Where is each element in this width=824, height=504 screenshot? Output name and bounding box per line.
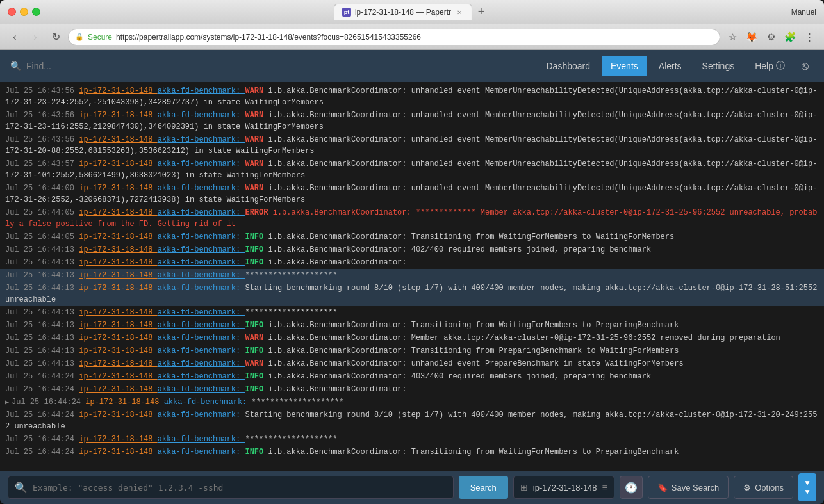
host-link[interactable]: ip-172-31-18-148 [79, 232, 157, 241]
search-input-wrap[interactable]: 🔍 [8, 476, 454, 499]
log-line: Jul 25 16:44:05 ip-172-31-18-148 akka-fd… [0, 206, 824, 231]
log-level: WARN [245, 334, 268, 343]
host-link[interactable]: ip-172-31-18-148 [79, 385, 157, 394]
extension-icon[interactable]: ⚙ [762, 29, 779, 45]
host-link[interactable]: ip-172-31-18-148 [79, 372, 157, 381]
program-link[interactable]: akka-fd-benchmark: [158, 359, 245, 368]
host-link[interactable]: ip-172-31-18-148 [79, 184, 157, 193]
app-navbar: 🔍 Find... Dashboard Events Alerts Settin… [0, 50, 824, 82]
program-link[interactable]: akka-fd-benchmark: [158, 184, 245, 193]
program-link[interactable]: akka-fd-benchmark: [158, 334, 245, 343]
program-link[interactable]: akka-fd-benchmark: [158, 111, 245, 120]
system-list-icon[interactable]: ≡ [602, 482, 607, 492]
program-link[interactable]: akka-fd-benchmark: [158, 372, 245, 381]
host-link[interactable]: ip-172-31-18-148 [79, 245, 157, 254]
host-link[interactable]: ip-172-31-18-148 [79, 86, 157, 95]
nav-dashboard[interactable]: Dashboard [538, 56, 600, 76]
program-link[interactable]: akka-fd-benchmark: [158, 258, 245, 267]
save-search-button[interactable]: 🔖 Save Search [648, 476, 729, 499]
nav-settings[interactable]: Settings [693, 56, 744, 76]
minimize-button[interactable] [20, 8, 28, 16]
log-level: WARN [245, 135, 268, 144]
time-filter-button[interactable]: 🕐 [620, 476, 643, 499]
host-link[interactable]: ip-172-31-18-148 [79, 135, 157, 144]
forward-button[interactable]: › [27, 29, 44, 45]
bookmark-star-icon[interactable]: ☆ [724, 29, 741, 45]
host-link[interactable]: ip-172-31-18-148 [79, 448, 157, 457]
program-link[interactable]: akka-fd-benchmark: [158, 86, 245, 95]
program-link[interactable]: akka-fd-benchmark: [158, 448, 245, 457]
program-link[interactable]: akka-fd-benchmark: [158, 271, 245, 280]
program-link[interactable]: akka-fd-benchmark: [158, 308, 245, 317]
host-link[interactable]: ip-172-31-18-148 [79, 411, 157, 419]
host-link[interactable]: ip-172-31-18-148 [79, 321, 157, 330]
tab-close-button[interactable]: ✕ [455, 8, 464, 17]
host-link[interactable]: ip-172-31-18-148 [79, 346, 157, 355]
search-button[interactable]: Search [459, 476, 508, 499]
address-bar[interactable]: 🔒 Secure https://papertrailapp.com/syste… [68, 29, 720, 45]
host-link[interactable]: ip-172-31-18-148 [79, 111, 157, 120]
log-line: Jul 25 16:43:56 ip-172-31-18-148 akka-fd… [0, 133, 824, 158]
program-link[interactable]: akka-fd-benchmark: [158, 232, 245, 241]
gear-icon: ⚙ [743, 483, 751, 492]
user-name: Manuel [791, 8, 816, 17]
reload-button[interactable]: ↻ [47, 29, 64, 45]
search-input[interactable] [33, 483, 447, 492]
host-link[interactable]: ip-172-31-18-148 [79, 359, 157, 368]
scroll-to-bottom-button[interactable]: ▼ ▼ [798, 473, 816, 501]
host-link[interactable]: ip-172-31-18-148 [79, 435, 157, 444]
logout-button[interactable]: ⎋ [796, 54, 814, 78]
program-link[interactable]: akka-fd-benchmark: [158, 284, 245, 293]
program-link[interactable]: akka-fd-benchmark: [158, 135, 245, 144]
chevron-down-icon-1: ▼ [803, 479, 811, 487]
secure-label: Secure [88, 33, 112, 42]
menu-icon[interactable]: ⋮ [801, 29, 818, 45]
log-message: i.b.akka.BenchmarkCoordinator: Transitio… [268, 448, 679, 457]
back-button[interactable]: ‹ [6, 29, 23, 45]
host-link[interactable]: ip-172-31-18-148 [79, 159, 157, 168]
find-search-box[interactable]: 🔍 Find... [10, 61, 51, 71]
log-level: INFO [245, 258, 268, 267]
host-link[interactable]: ip-172-31-18-148 [79, 208, 157, 217]
active-tab[interactable]: pt ip-172-31-18-148 — Papertr ✕ [334, 4, 472, 20]
program-link[interactable]: akka-fd-benchmark: [158, 208, 245, 217]
system-selector[interactable]: ⊞ ip-172-31-18-148 ≡ [513, 476, 614, 499]
nav-help[interactable]: Help ⓘ [746, 55, 794, 77]
host-link[interactable]: ip-172-31-18-148 [79, 284, 157, 293]
program-link[interactable]: akka-fd-benchmark: [158, 435, 245, 444]
close-button[interactable] [8, 8, 16, 16]
firefox-icon[interactable]: 🦊 [743, 29, 760, 45]
host-link[interactable]: ip-172-31-18-148 [79, 308, 157, 317]
find-placeholder: Find... [26, 61, 51, 71]
extensions-icon[interactable]: 🧩 [782, 29, 798, 45]
program-link[interactable]: akka-fd-benchmark: [158, 245, 245, 254]
log-message: i.b.akka.BenchmarkCoordinator: Transitio… [268, 346, 679, 355]
log-line: ▶Jul 25 16:44:24 ip-172-31-18-148 akka-f… [0, 396, 824, 409]
nav-alerts[interactable]: Alerts [650, 56, 691, 76]
host-link[interactable]: ip-172-31-18-148 [85, 398, 163, 407]
program-link[interactable]: akka-fd-benchmark: [158, 411, 245, 419]
timestamp: Jul 25 16:44:13 [5, 245, 79, 254]
system-name: ip-172-31-18-148 [533, 483, 597, 492]
host-link[interactable]: ip-172-31-18-148 [79, 271, 157, 280]
log-line: Jul 25 16:44:05 ip-172-31-18-148 akka-fd… [0, 231, 824, 243]
new-tab-button[interactable]: + [472, 3, 490, 21]
program-link[interactable]: akka-fd-benchmark: [158, 385, 245, 394]
program-link[interactable]: akka-fd-benchmark: [164, 398, 252, 407]
title-bar: pt ip-172-31-18-148 — Papertr ✕ + Manuel [0, 0, 824, 24]
log-message: ******************** [252, 398, 344, 407]
log-line: Jul 25 16:44:00 ip-172-31-18-148 akka-fd… [0, 182, 824, 206]
nav-events[interactable]: Events [602, 56, 647, 76]
host-link[interactable]: ip-172-31-18-148 [79, 258, 157, 267]
log-level: WARN [245, 184, 268, 193]
host-link[interactable]: ip-172-31-18-148 [79, 334, 157, 343]
log-line: Jul 25 16:44:24 ip-172-31-18-148 akka-fd… [0, 446, 824, 459]
program-link[interactable]: akka-fd-benchmark: [158, 346, 245, 355]
expand-button[interactable]: ▶ [5, 399, 9, 406]
log-level: INFO [245, 448, 268, 457]
options-button[interactable]: ⚙ Options [734, 476, 793, 499]
timestamp: Jul 25 16:43:57 [5, 159, 79, 168]
program-link[interactable]: akka-fd-benchmark: [158, 159, 245, 168]
program-link[interactable]: akka-fd-benchmark: [158, 321, 245, 330]
maximize-button[interactable] [32, 8, 40, 16]
